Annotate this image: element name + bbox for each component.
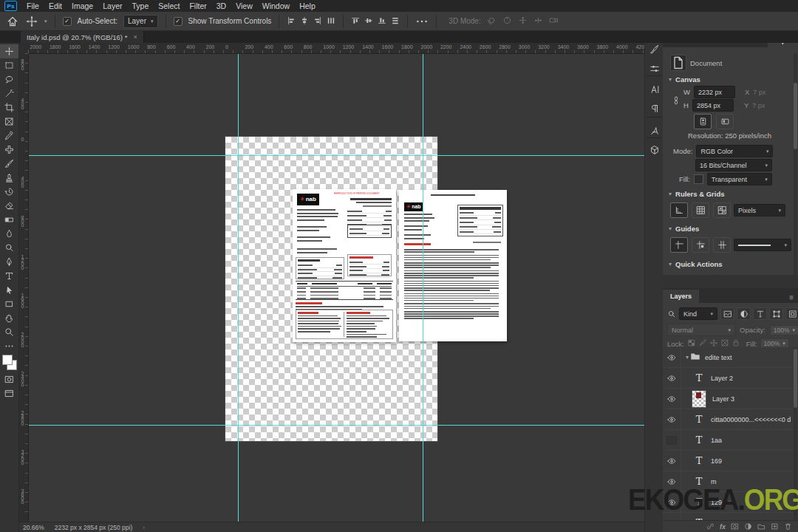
- char-panel-icon[interactable]: [648, 83, 661, 95]
- more-options-icon[interactable]: [415, 15, 429, 28]
- layer-row[interactable]: TLayer 2: [663, 368, 798, 389]
- guides-header[interactable]: ▾Guides: [669, 225, 699, 233]
- close-tab-icon[interactable]: ×: [133, 33, 137, 41]
- f-adj-filter-button[interactable]: [737, 307, 751, 320]
- show-transform-checkbox[interactable]: ✓: [174, 17, 183, 26]
- color-swatches[interactable]: [0, 353, 18, 372]
- frame-tool[interactable]: [0, 115, 18, 129]
- menu-file[interactable]: File: [27, 1, 39, 10]
- align-cv-icon[interactable]: [364, 15, 373, 28]
- pen-tool[interactable]: [0, 255, 18, 269]
- document-tab[interactable]: Italy id.psd @ 20.7% (RGB/16) * ×: [21, 31, 144, 43]
- align-r-icon[interactable]: [313, 15, 322, 28]
- hand-tool[interactable]: [0, 311, 18, 325]
- preset-caret-icon[interactable]: ▾: [44, 18, 47, 24]
- status-chevron-icon[interactable]: ›: [143, 524, 145, 531]
- align-ch-icon[interactable]: [300, 15, 309, 28]
- menu-view[interactable]: View: [236, 1, 253, 10]
- ruler-units-dropdown[interactable]: Pixels▾: [734, 204, 785, 216]
- f-type-filter-button[interactable]: [753, 307, 767, 320]
- brushes-panel-icon[interactable]: [648, 43, 661, 55]
- orientation-portrait-button[interactable]: [694, 114, 712, 129]
- menu-filter[interactable]: Filter: [189, 1, 206, 10]
- layer-row[interactable]: T169: [663, 451, 798, 471]
- new-icon[interactable]: [771, 520, 779, 532]
- menu-layer[interactable]: Layer: [103, 1, 122, 10]
- grid-button[interactable]: [692, 202, 709, 218]
- tab-layers[interactable]: Layers: [663, 290, 699, 303]
- guide3-button[interactable]: [713, 237, 731, 253]
- layer-name[interactable]: 1aa: [711, 437, 722, 444]
- layer-visibility-eye-icon[interactable]: [663, 409, 681, 429]
- menu-help[interactable]: Help: [299, 1, 316, 10]
- menu-select[interactable]: Select: [158, 1, 180, 10]
- guide-style-dropdown[interactable]: ▾: [734, 239, 791, 251]
- vertical-guide-2[interactable]: [423, 53, 423, 522]
- pixelgrid-button[interactable]: [713, 202, 731, 218]
- guide2-button[interactable]: [692, 237, 709, 253]
- layer-row[interactable]: T1aa: [663, 430, 798, 451]
- align-l-icon[interactable]: [287, 15, 296, 28]
- menu-edit[interactable]: Edit: [49, 1, 62, 10]
- brushset-panel-icon[interactable]: [648, 62, 661, 75]
- quick-actions-header[interactable]: ▾Quick Actions: [669, 260, 723, 268]
- color-mode-dropdown[interactable]: RGB Color▾: [696, 145, 773, 157]
- folder-icon[interactable]: [757, 520, 765, 532]
- text-layer-icon[interactable]: T: [692, 372, 706, 383]
- layer-thumbnail[interactable]: [692, 390, 706, 408]
- eraser-tool[interactable]: [0, 199, 18, 213]
- canvas-width-field[interactable]: 2232 px: [694, 86, 735, 98]
- layer-row[interactable]: Layer 3: [663, 389, 798, 409]
- crop-tool[interactable]: [0, 100, 18, 115]
- marquee-tool[interactable]: [0, 58, 18, 72]
- para-panel-icon[interactable]: [648, 102, 661, 115]
- f-shape-filter-button[interactable]: [769, 307, 783, 320]
- gradient-tool[interactable]: [0, 213, 18, 227]
- shape-tool[interactable]: [0, 297, 18, 311]
- horizontal-guide-1[interactable]: [28, 155, 644, 156]
- layer-name[interactable]: edite text: [705, 354, 732, 361]
- wand-tool[interactable]: [0, 86, 18, 100]
- move-tool[interactable]: [0, 44, 18, 58]
- mask-icon[interactable]: [731, 520, 739, 532]
- layer-row[interactable]: ▾edite text: [663, 347, 798, 368]
- layer-visibility-empty[interactable]: [663, 430, 681, 450]
- statement-page[interactable]: ✳ nab REPRODUCTION OF PRINTED DOCUMENT: [293, 189, 396, 342]
- text-layer-icon[interactable]: T: [692, 414, 706, 425]
- fx-icon[interactable]: fx: [720, 523, 726, 531]
- canvas-section-header[interactable]: ▾Canvas: [669, 75, 700, 83]
- heal-tool[interactable]: [0, 143, 18, 157]
- layers-panel-menu-icon[interactable]: ≡: [785, 292, 798, 303]
- layer-name[interactable]: 169: [711, 457, 722, 465]
- blur-tool[interactable]: [0, 227, 18, 241]
- stamp-tool[interactable]: [0, 171, 18, 185]
- rulers-grids-header[interactable]: ▾Rulers & Grids: [669, 190, 725, 198]
- menu-image[interactable]: Image: [72, 1, 93, 10]
- fill-swatch[interactable]: [694, 174, 703, 184]
- home-icon[interactable]: [6, 15, 19, 28]
- group-twisty-icon[interactable]: ▾: [686, 354, 689, 361]
- layer-visibility-eye-icon[interactable]: [663, 347, 681, 367]
- layer-name[interactable]: Layer 2: [711, 375, 733, 382]
- layer-row[interactable]: Tcitta0000000...<<<<<<<0 d: [663, 409, 798, 430]
- align-t-icon[interactable]: [351, 15, 360, 28]
- canvas-height-field[interactable]: 2854 px: [692, 99, 734, 112]
- layer-name[interactable]: citta0000000...<<<<<<<0 d: [711, 416, 791, 423]
- glyphs-panel-icon[interactable]: [648, 124, 661, 137]
- wh-link-icon[interactable]: [672, 89, 681, 112]
- adj-icon[interactable]: [744, 520, 752, 532]
- layer-visibility-eye-icon[interactable]: [663, 451, 681, 471]
- screenmode-tool[interactable]: [0, 386, 18, 400]
- menu-type[interactable]: Type: [132, 1, 149, 10]
- layer-name[interactable]: Layer 3: [712, 395, 734, 403]
- layer-visibility-eye-icon[interactable]: [663, 368, 681, 388]
- brush-tool[interactable]: [0, 157, 18, 171]
- auto-select-checkbox[interactable]: ✓: [63, 17, 72, 26]
- letter-page[interactable]: ✳ nab: [399, 190, 507, 341]
- vertical-guide-1[interactable]: [238, 53, 239, 522]
- dist-h-icon[interactable]: [327, 15, 335, 28]
- opacity-value[interactable]: 100%▾: [770, 325, 798, 335]
- guide1-button[interactable]: [670, 237, 688, 253]
- filter-kind-dropdown[interactable]: Kind▾: [679, 307, 717, 320]
- auto-select-target-dropdown[interactable]: Layer▾: [123, 15, 158, 28]
